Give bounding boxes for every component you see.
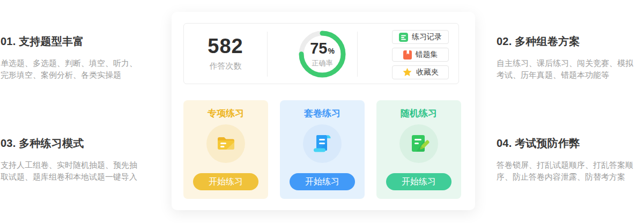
paper-practice-icon-circle: [303, 124, 342, 163]
feature-title: 02. 多种组卷方案: [497, 34, 644, 49]
feature-block-question-types: 01. 支持题型丰富 单选题、多选题、判断、填空、听力、 完形填空、案例分析、各…: [1, 34, 172, 81]
feature-description-line: 单选题、多选题、判断、填空、听力、: [1, 57, 172, 69]
accuracy-value-row: 75 %: [310, 41, 335, 56]
wrong-question-set-label: 错题集: [416, 50, 438, 60]
star-icon: [402, 68, 412, 77]
feature-description-line: 自主练习、课后练习、闯关竞赛、模拟: [497, 57, 644, 69]
practice-record-icon: [399, 33, 408, 42]
special-practice-card: 专项练习 开始练习: [183, 100, 268, 199]
feature-description-line: 取试题、题库组卷和本地试题一键导入: [1, 171, 172, 183]
wrong-question-set-button[interactable]: 错题集: [392, 48, 449, 62]
favorites-button[interactable]: 收藏夹: [392, 65, 449, 79]
feature-block-paper-schemes: 02. 多种组卷方案 自主练习、课后练习、闯关竞赛、模拟 考试、历年真题、错题本…: [497, 34, 644, 81]
feature-title: 03. 多种练习模式: [1, 136, 172, 151]
answer-count-value: 582: [208, 36, 243, 56]
accuracy-label: 正确率: [312, 58, 333, 68]
paper-practice-card: 套卷练习 开始练习: [280, 100, 365, 199]
answer-count-label: 作答次数: [210, 61, 242, 71]
feature-description: 自主练习、课后练习、闯关竞赛、模拟 考试、历年真题、错题本功能等: [497, 57, 644, 81]
stats-summary-box: 582 作答次数 75 % 正确率: [183, 23, 459, 84]
note-pencil-icon: [407, 132, 431, 155]
special-practice-start-button[interactable]: 开始练习: [193, 173, 258, 190]
feature-description-line: 答卷锁屏、打乱试题顺序、打乱答案顺: [497, 159, 644, 171]
paper-practice-start-button[interactable]: 开始练习: [290, 173, 355, 190]
feature-description-line: 完形填空、案例分析、各类实操题: [1, 69, 172, 81]
feature-description: 支持人工组卷、实时随机抽题、预先抽 取试题、题库组卷和本地试题一键导入: [1, 159, 172, 183]
random-practice-icon-circle: [399, 124, 438, 163]
feature-description: 答卷锁屏、打乱试题顺序、打乱答案顺 序、防止答卷内容泄露、防替考方案: [497, 159, 644, 183]
random-practice-title: 随机练习: [376, 107, 461, 120]
feature-description-line: 支持人工组卷、实时随机抽题、预先抽: [1, 159, 172, 171]
practice-app-card: 582 作答次数 75 % 正确率: [172, 12, 475, 210]
special-practice-title: 专项练习: [183, 107, 268, 120]
accuracy-ring-center: 75 % 正确率: [298, 30, 346, 78]
feature-title: 04. 考试预防作弊: [497, 136, 644, 151]
special-practice-icon-circle: [206, 124, 245, 163]
vertical-divider: [267, 32, 268, 77]
quick-links: 练习记录 错题集 收藏夹: [392, 30, 449, 79]
practice-overview-panel: 01. 支持题型丰富 单选题、多选题、判断、填空、听力、 完形填空、案例分析、各…: [0, 0, 644, 223]
feature-description-line: 序、防止答卷内容泄露、防替考方案: [497, 171, 644, 183]
practice-record-label: 练习记录: [412, 32, 442, 42]
feature-title: 01. 支持题型丰富: [1, 34, 172, 49]
random-practice-card: 随机练习 开始练习: [376, 100, 461, 199]
accuracy-unit: %: [328, 47, 334, 55]
feature-block-practice-modes: 03. 多种练习模式 支持人工组卷、实时随机抽题、预先抽 取试题、题库组卷和本地…: [1, 136, 172, 183]
answer-count-stat: 582 作答次数: [184, 24, 267, 84]
favorites-label: 收藏夹: [416, 68, 439, 77]
accuracy-ring: 75 % 正确率: [298, 30, 346, 78]
feature-description-line: 考试、历年真题、错题本功能等: [497, 69, 644, 81]
accuracy-value: 75: [310, 41, 327, 56]
vertical-divider: [357, 32, 358, 77]
practice-record-button[interactable]: 练习记录: [392, 30, 449, 44]
folder-icon: [214, 132, 238, 155]
feature-block-anti-cheating: 04. 考试预防作弊 答卷锁屏、打乱试题顺序、打乱答案顺 序、防止答卷内容泄露、…: [497, 136, 644, 183]
random-practice-start-button[interactable]: 开始练习: [386, 173, 451, 190]
wrong-book-icon: [403, 50, 412, 60]
scroll-icon: [310, 132, 334, 155]
feature-description: 单选题、多选题、判断、填空、听力、 完形填空、案例分析、各类实操题: [1, 57, 172, 81]
paper-practice-title: 套卷练习: [280, 107, 365, 120]
